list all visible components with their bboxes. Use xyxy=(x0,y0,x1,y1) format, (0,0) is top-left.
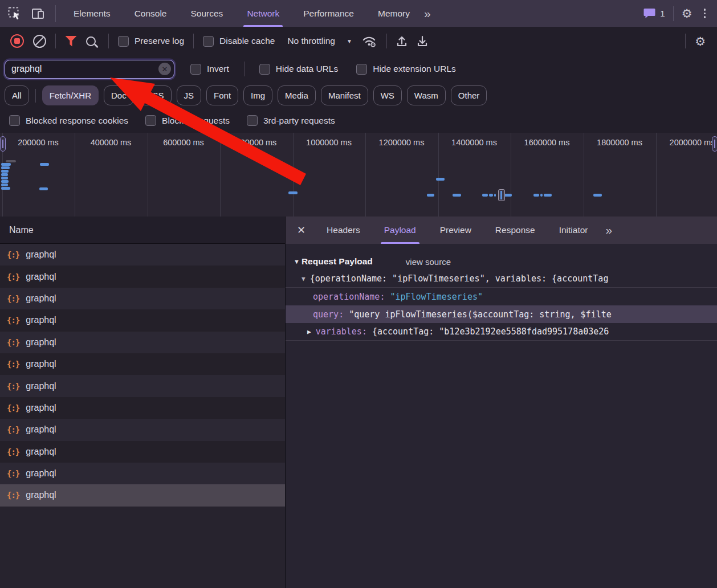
record-network-log-button[interactable] xyxy=(10,34,24,48)
overview-gridline xyxy=(293,133,294,217)
type-filter-all[interactable]: All xyxy=(5,85,29,105)
main-tab-memory[interactable]: Memory xyxy=(378,0,410,27)
overview-gridline xyxy=(511,133,511,217)
requests-list-pane: Name {:} graphql {:} graphql {:} graphql… xyxy=(0,217,286,588)
main-tab-performance[interactable]: Performance xyxy=(303,0,354,27)
request-row[interactable]: {:} graphql xyxy=(0,463,285,484)
advanced-filter-row: Blocked response cookies Blocked request… xyxy=(0,108,717,133)
detail-overflow-chevrons-icon[interactable]: » xyxy=(603,223,613,237)
devtools-window: Elements Console Sources Network Perform… xyxy=(0,0,717,588)
network-overview-timeline[interactable]: 200000 ms400000 ms600000 ms800000 ms1000… xyxy=(0,133,717,217)
type-filter-manifest[interactable]: Manifest xyxy=(321,85,368,105)
request-row[interactable]: {:} graphql xyxy=(0,441,285,463)
hide-data-urls-checkbox[interactable] xyxy=(259,64,270,75)
detail-tab-payload[interactable]: Payload xyxy=(384,217,416,244)
request-row[interactable]: {:} graphql xyxy=(0,484,285,506)
divider xyxy=(673,6,674,21)
payload-root-row[interactable]: ▼ {operationName: "ipFlowTimeseries", va… xyxy=(286,270,717,288)
detail-tab-initiator[interactable]: Initiator xyxy=(559,217,588,244)
hide-extension-urls-checkbox[interactable] xyxy=(356,64,367,75)
detail-tab-headers[interactable]: Headers xyxy=(327,217,360,244)
network-settings-gear-icon[interactable]: ⚙ xyxy=(695,35,706,47)
type-filter-js[interactable]: JS xyxy=(177,85,202,105)
import-har-icon[interactable] xyxy=(396,35,408,47)
request-row[interactable]: {:} graphql xyxy=(0,397,285,419)
main-tab-network[interactable]: Network xyxy=(247,0,279,27)
type-filter-ws[interactable]: WS xyxy=(373,85,402,105)
detail-tab-response[interactable]: Response xyxy=(495,217,535,244)
request-name: graphql xyxy=(26,359,56,369)
overview-left-handle[interactable] xyxy=(0,136,6,152)
third-party-requests-checkbox[interactable] xyxy=(247,115,258,126)
type-filter-wasm[interactable]: Wasm xyxy=(407,85,446,105)
payload-variables-row[interactable]: ▶ variables: {accountTag: "b12e3b2192ee5… xyxy=(286,323,717,341)
payload-operation-name-row[interactable]: operationName: "ipFlowTimeseries" xyxy=(286,288,717,305)
issues-message-icon[interactable] xyxy=(643,8,655,19)
settings-gear-icon[interactable]: ⚙ xyxy=(682,7,692,19)
request-timing-bar xyxy=(482,194,488,197)
issues-count: 1 xyxy=(660,9,665,18)
payload-value: "query ipFlowTimeseries($accountTag: str… xyxy=(349,309,612,320)
network-conditions-icon[interactable] xyxy=(361,35,377,47)
main-tab-elements[interactable]: Elements xyxy=(74,0,111,27)
json-braces-icon: {:} xyxy=(7,250,19,259)
divider xyxy=(55,34,56,48)
section-expanded-triangle-icon: ▼ xyxy=(294,258,300,265)
payload-key: variables: xyxy=(316,326,367,337)
close-detail-icon[interactable]: ✕ xyxy=(297,217,305,244)
type-filter-other[interactable]: Other xyxy=(451,85,487,105)
request-payload-section-header[interactable]: ▼ Request Payload view source xyxy=(286,253,717,270)
overview-tick-label: 2000000 ms xyxy=(670,138,715,147)
blocked-response-cookies-checkbox[interactable] xyxy=(9,115,20,126)
main-overflow-chevrons-icon[interactable]: » xyxy=(422,7,432,21)
name-column-header-label: Name xyxy=(9,225,34,235)
type-filter-img[interactable]: Img xyxy=(243,85,272,105)
request-row[interactable]: {:} graphql xyxy=(0,353,285,375)
request-row[interactable]: {:} graphql xyxy=(0,309,285,331)
overview-gridline xyxy=(75,133,75,217)
disable-cache-checkbox[interactable] xyxy=(203,36,214,47)
export-har-icon[interactable] xyxy=(417,35,428,47)
filter-funnel-icon[interactable] xyxy=(65,36,77,47)
type-filter-font[interactable]: Font xyxy=(206,85,238,105)
request-row[interactable]: {:} graphql xyxy=(0,288,285,309)
type-filter-doc[interactable]: Doc xyxy=(104,85,134,105)
payload-value: {accountTag: "b12e3b2192ee5588fdad995178… xyxy=(372,326,609,337)
overview-right-handle[interactable] xyxy=(712,136,717,152)
request-row[interactable]: {:} graphql xyxy=(0,266,285,287)
third-party-requests-label: 3rd-party requests xyxy=(263,116,335,126)
overview-gridline xyxy=(656,133,657,217)
preserve-log-checkbox[interactable] xyxy=(118,36,129,47)
blocked-requests-checkbox[interactable] xyxy=(145,115,156,126)
filter-input[interactable] xyxy=(5,60,174,79)
request-row[interactable]: {:} graphql xyxy=(0,375,285,397)
request-row[interactable]: {:} graphql xyxy=(0,419,285,440)
type-filter-media[interactable]: Media xyxy=(278,85,316,105)
throttling-dropdown[interactable]: No throttling ▼ xyxy=(287,36,352,46)
main-tab-console[interactable]: Console xyxy=(135,0,167,27)
overview-tick-label: 1600000 ms xyxy=(524,138,570,147)
payload-query-row[interactable]: query: "query ipFlowTimeseries($accountT… xyxy=(286,305,717,323)
device-toolbar-icon[interactable] xyxy=(31,7,45,20)
type-filter-css[interactable]: CSS xyxy=(139,85,172,105)
detail-tab-preview[interactable]: Preview xyxy=(440,217,471,244)
request-timing-bar xyxy=(1,180,9,183)
invert-checkbox[interactable] xyxy=(190,64,201,75)
more-options-kebab-icon[interactable] xyxy=(700,9,710,18)
type-filter-fetchxhr[interactable]: Fetch/XHR xyxy=(42,85,99,105)
clear-filter-icon[interactable]: ✕ xyxy=(158,63,171,75)
clear-network-log-button[interactable] xyxy=(33,35,46,48)
search-icon[interactable] xyxy=(86,36,96,46)
inspect-element-icon[interactable] xyxy=(8,7,21,20)
main-tab-sources[interactable]: Sources xyxy=(191,0,223,27)
view-source-toggle[interactable]: view source xyxy=(406,257,451,267)
name-column-header[interactable]: Name xyxy=(0,217,285,244)
request-timing-bar xyxy=(288,191,298,194)
tree-expanded-icon[interactable]: ▼ xyxy=(302,275,305,283)
tree-collapsed-icon[interactable]: ▶ xyxy=(307,328,311,336)
request-row[interactable]: {:} graphql xyxy=(0,244,285,266)
json-braces-icon: {:} xyxy=(7,491,19,500)
tab-label: Sources xyxy=(191,9,223,19)
request-timing-bar xyxy=(1,173,8,176)
request-row[interactable]: {:} graphql xyxy=(0,332,285,353)
